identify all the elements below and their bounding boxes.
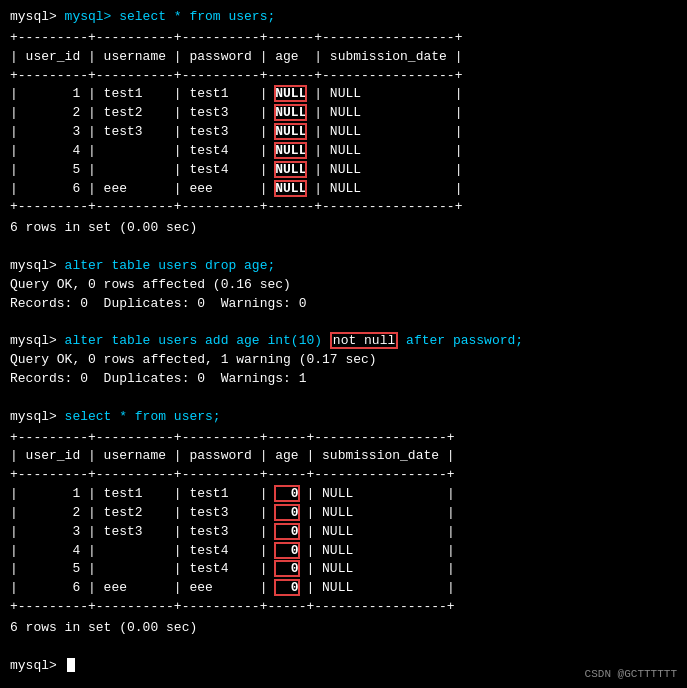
prompt-2: mysql> alter table users drop age; (10, 257, 677, 276)
table1-divider-bot: +---------+----------+----------+------+… (10, 198, 677, 217)
watermark: CSDN @GCTTTTTT (585, 668, 677, 680)
table-row: | 1 | test1 | test1 | 0 | NULL | (10, 485, 677, 504)
table2-header: | user_id | username | password | age | … (10, 447, 677, 466)
table1-divider-mid: +---------+----------+----------+------+… (10, 67, 677, 86)
records-2: Records: 0 Duplicates: 0 Warnings: 0 (10, 295, 677, 314)
records-3: Records: 0 Duplicates: 0 Warnings: 1 (10, 370, 677, 389)
table-2: +---------+----------+----------+-----+-… (10, 429, 677, 617)
table-row: | 5 | | test4 | NULL | NULL | (10, 161, 677, 180)
cursor (67, 658, 75, 672)
table-row: | 2 | test2 | test3 | 0 | NULL | (10, 504, 677, 523)
table-row: | 6 | eee | eee | 0 | NULL | (10, 579, 677, 598)
prompt-3: mysql> alter table users add age int(10)… (10, 332, 677, 351)
table-1: +---------+----------+----------+------+… (10, 29, 677, 217)
table-row: | 3 | test3 | test3 | NULL | NULL | (10, 123, 677, 142)
table2-divider-mid: +---------+----------+----------+-----+-… (10, 466, 677, 485)
prompt-4: mysql> select * from users; (10, 408, 677, 427)
table2-divider-bot: +---------+----------+----------+-----+-… (10, 598, 677, 617)
blank-4 (10, 638, 677, 657)
blank-2 (10, 314, 677, 333)
table-row: | 6 | eee | eee | NULL | NULL | (10, 180, 677, 199)
table-row: | 4 | | test4 | 0 | NULL | (10, 542, 677, 561)
table1-header: | user_id | username | password | age | … (10, 48, 677, 67)
prompt-1: mysql> mysql> select * from users; (10, 8, 677, 27)
prompt-5: mysql> (10, 657, 677, 676)
rowcount-2: 6 rows in set (0.00 sec) (10, 619, 677, 638)
table2-divider-top: +---------+----------+----------+-----+-… (10, 429, 677, 448)
blank-1 (10, 238, 677, 257)
table-row: | 5 | | test4 | 0 | NULL | (10, 560, 677, 579)
table-row: | 1 | test1 | test1 | NULL | NULL | (10, 85, 677, 104)
query-ok-3: Query OK, 0 rows affected, 1 warning (0.… (10, 351, 677, 370)
query-ok-2: Query OK, 0 rows affected (0.16 sec) (10, 276, 677, 295)
table-row: | 3 | test3 | test3 | 0 | NULL | (10, 523, 677, 542)
terminal: mysql> mysql> select * from users; +----… (0, 0, 687, 684)
table-row: | 4 | | test4 | NULL | NULL | (10, 142, 677, 161)
blank-3 (10, 389, 677, 408)
rowcount-1: 6 rows in set (0.00 sec) (10, 219, 677, 238)
table-row: | 2 | test2 | test3 | NULL | NULL | (10, 104, 677, 123)
table1-divider-top: +---------+----------+----------+------+… (10, 29, 677, 48)
